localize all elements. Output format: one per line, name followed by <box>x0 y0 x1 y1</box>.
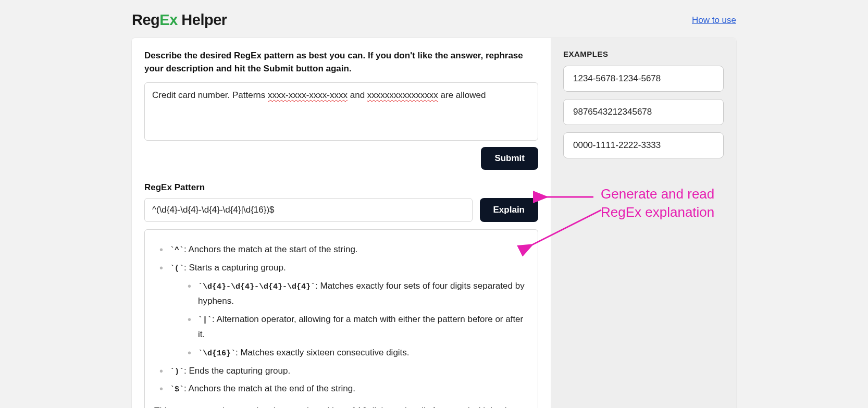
submit-button[interactable]: Submit <box>481 147 538 170</box>
submit-row: Submit <box>144 147 538 170</box>
regex-pattern-input[interactable] <box>144 198 473 222</box>
annotation-text: Generate and read RegEx explanation <box>601 185 731 221</box>
explain-code: `(` <box>170 264 184 273</box>
explain-subitem: `|`: Alternation operator, allowing for … <box>188 312 528 342</box>
examples-title: EXAMPLES <box>563 50 724 58</box>
description-instruction: Describe the desired RegEx pattern as be… <box>144 50 538 75</box>
explain-text: : Ends the capturing group. <box>184 366 290 376</box>
explain-item: `)`: Ends the capturing group. <box>159 364 528 379</box>
example-input[interactable]: 1234-5678-1234-5678 <box>563 66 724 92</box>
explain-item: `(`: Starts a capturing group. `\d{4}-\d… <box>159 261 528 360</box>
explain-item: `$`: Anchors the match at the end of the… <box>159 381 528 397</box>
explain-button[interactable]: Explain <box>480 198 538 222</box>
regex-pattern-label: RegEx Pattern <box>144 182 538 193</box>
logo-ex: Ex <box>159 11 177 28</box>
desc-pattern1: xxxx-xxxx-xxxx-xxxx <box>268 90 348 100</box>
explain-text: : Alternation operator, allowing for a m… <box>198 314 523 339</box>
logo-helper: Helper <box>178 11 227 28</box>
explain-code: `|` <box>198 316 212 325</box>
example-input[interactable]: 0000-1111-2222-3333 <box>563 132 724 158</box>
explain-text: : Anchors the match at the end of the st… <box>184 384 355 393</box>
pattern-row: Explain <box>144 198 538 222</box>
explain-subitem: `\d{4}-\d{4}-\d{4}-\d{4}`: Matches exact… <box>188 279 528 309</box>
desc-text-prefix: Credit card number. Patterns <box>152 90 268 100</box>
example-input[interactable]: 9876543212345678 <box>563 99 724 125</box>
app-logo: RegEx Helper <box>132 11 227 29</box>
header: RegEx Helper How to use <box>132 0 736 38</box>
description-textarea[interactable]: Credit card number. Patterns xxxx-xxxx-x… <box>144 82 538 141</box>
explain-code: `$` <box>170 385 184 394</box>
main-panel: Describe the desired RegEx pattern as be… <box>132 38 736 408</box>
examples-sidebar: EXAMPLES 1234-5678-1234-5678 98765432123… <box>551 38 736 408</box>
explain-summary: This pattern matches a string that consi… <box>154 404 528 408</box>
explain-subitem: `\d{16}`: Matches exactly sixteen consec… <box>188 345 528 361</box>
summary-text: This pattern matches a string that consi… <box>154 406 524 408</box>
explain-code: `\d{16}` <box>198 349 235 358</box>
desc-pattern2: xxxxxxxxxxxxxxxx <box>367 90 438 100</box>
explain-item: `^`: Anchors the match at the start of t… <box>159 242 528 257</box>
explain-code: `^` <box>170 246 184 255</box>
explain-text: : Starts a capturing group. <box>184 263 286 273</box>
logo-reg: Reg <box>132 11 159 28</box>
how-to-use-link[interactable]: How to use <box>692 15 736 26</box>
explain-text: : Matches exactly sixteen consecutive di… <box>235 348 410 357</box>
desc-text-mid: and <box>348 90 367 100</box>
explanation-box: `^`: Anchors the match at the start of t… <box>144 229 538 408</box>
desc-text-suffix: are allowed <box>438 90 486 100</box>
main-column: Describe the desired RegEx pattern as be… <box>132 38 551 408</box>
explain-code: `)` <box>170 367 184 376</box>
explain-code: `\d{4}-\d{4}-\d{4}-\d{4}` <box>198 282 315 291</box>
explain-text: : Anchors the match at the start of the … <box>184 244 358 254</box>
